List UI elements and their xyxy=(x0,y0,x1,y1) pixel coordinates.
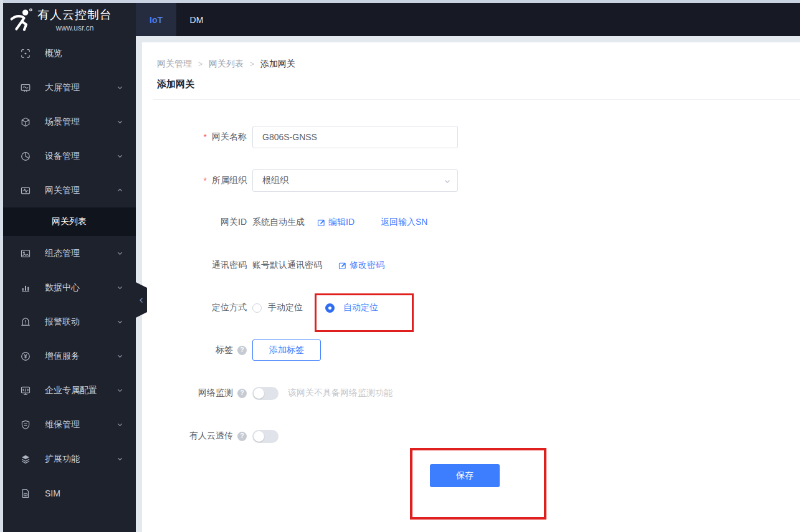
breadcrumb-gateway-list[interactable]: 网关列表 xyxy=(209,59,244,70)
big-screen-icon xyxy=(20,82,31,93)
sim-card-icon xyxy=(20,488,31,499)
help-icon[interactable] xyxy=(237,432,247,441)
add-tag-button[interactable]: 添加标签 xyxy=(252,340,321,361)
required-mark: * xyxy=(204,132,207,142)
chevron-down-icon xyxy=(117,353,123,359)
code-screen-icon xyxy=(20,385,31,396)
sidebar-item-overview[interactable]: 概览 xyxy=(3,36,136,70)
sidebar-item-sim[interactable]: SIM xyxy=(3,476,136,510)
sidebar-item-alarm-linkage[interactable]: 报警联动 xyxy=(3,305,136,339)
sidebar-item-value-added[interactable]: 增值服务 xyxy=(3,339,136,373)
network-monitor-hint: 该网关不具备网络监测功能 xyxy=(288,387,393,399)
gateway-name-input[interactable] xyxy=(252,126,458,148)
breadcrumb: 网关管理 > 网关列表 > 添加网关 xyxy=(157,59,295,70)
brand-subtitle: www.usr.cn xyxy=(56,24,94,32)
sidebar-item-label: 概览 xyxy=(45,48,62,59)
sidebar-item-label: 数据中心 xyxy=(45,282,80,293)
link-text: 修改密码 xyxy=(350,260,384,271)
manual-positioning-radio[interactable] xyxy=(252,303,262,313)
help-icon[interactable] xyxy=(237,389,247,398)
label-text: 有人云透传 xyxy=(189,430,233,442)
comm-password-value: 账号默认通讯密码 xyxy=(252,260,322,271)
sidebar-item-scene-mgmt[interactable]: 场景管理 xyxy=(3,105,136,139)
content-gap-top xyxy=(136,36,800,42)
organization-selected-value: 根组织 xyxy=(262,175,288,186)
sidebar-item-screen-mgmt[interactable]: 大屏管理 xyxy=(3,70,136,105)
organization-select[interactable]: 根组织 xyxy=(252,169,458,192)
sidebar-collapse-handle[interactable] xyxy=(136,282,147,318)
organization-row: * 所属组织 根组织 xyxy=(157,169,458,192)
breadcrumb-gateway-mgmt[interactable]: 网关管理 xyxy=(157,59,192,70)
sidebar: 有人云控制台 www.usr.cn 概览 大屏管理 xyxy=(3,3,136,532)
chevron-down-icon xyxy=(117,387,123,394)
sidebar-item-extensions[interactable]: 扩展功能 xyxy=(3,442,136,476)
brand-title: 有人云控制台 xyxy=(37,7,112,23)
tab-iot[interactable]: IoT xyxy=(136,3,176,36)
tags-label: 标签 xyxy=(157,344,247,356)
link-text: 返回输入SN xyxy=(381,217,427,228)
sidebar-item-label: 企业专属配置 xyxy=(45,385,97,396)
change-password-link[interactable]: 修改密码 xyxy=(338,260,384,271)
sidebar-item-data-center[interactable]: 数据中心 xyxy=(3,270,136,305)
gateway-id-value: 系统自动生成 xyxy=(252,217,305,228)
sidebar-item-config-mgmt[interactable]: 组态管理 xyxy=(3,236,136,270)
chevron-down-icon xyxy=(117,84,123,91)
bar-chart-icon xyxy=(20,282,31,293)
cloud-passthrough-toggle[interactable] xyxy=(252,430,279,443)
cloud-passthrough-label: 有人云透传 xyxy=(157,430,247,442)
edit-id-link[interactable]: 编辑ID xyxy=(317,217,355,228)
manual-positioning-option[interactable]: 手动定位 xyxy=(268,302,303,313)
gateway-name-label: * 网关名称 xyxy=(157,131,247,143)
sidebar-item-maintenance[interactable]: 维保管理 xyxy=(3,407,136,442)
label-text: 所属组织 xyxy=(212,175,247,186)
chevron-down-icon xyxy=(117,421,123,428)
tab-dm[interactable]: DM xyxy=(176,3,217,36)
breadcrumb-separator: > xyxy=(198,60,202,69)
back-to-sn-link[interactable]: 返回输入SN xyxy=(381,217,427,228)
overview-icon xyxy=(20,48,31,59)
organization-label: * 所属组织 xyxy=(157,175,247,186)
chevron-down-icon xyxy=(117,118,123,125)
breadcrumb-add-gateway: 添加网关 xyxy=(260,59,295,70)
shield-icon xyxy=(20,419,31,430)
chevron-left-icon xyxy=(138,297,145,303)
gateway-id-row: 网关ID 系统自动生成 编辑ID 返回输入SN xyxy=(157,211,427,234)
sidebar-item-device-mgmt[interactable]: 设备管理 xyxy=(3,139,136,173)
network-monitor-toggle[interactable] xyxy=(252,387,279,400)
breadcrumb-separator: > xyxy=(250,60,254,69)
sidebar-item-label: SIM xyxy=(45,488,60,498)
link-text: 编辑ID xyxy=(328,217,355,228)
cloud-passthrough-row: 有人云透传 xyxy=(157,425,279,447)
sidebar-item-label: 网关管理 xyxy=(45,185,80,196)
topbar: IoT DM xyxy=(136,3,800,36)
pie-chart-icon xyxy=(20,151,31,162)
sidebar-item-label: 场景管理 xyxy=(45,116,80,128)
label-text: 网络监测 xyxy=(198,387,233,399)
sidebar-item-enterprise-config[interactable]: 企业专属配置 xyxy=(3,373,136,407)
chevron-down-icon xyxy=(117,455,123,462)
chevron-up-icon xyxy=(117,187,123,194)
sidebar-item-gateway-mgmt[interactable]: 网关管理 xyxy=(3,173,136,207)
content-panel xyxy=(142,42,800,532)
required-mark: * xyxy=(204,176,207,186)
sidebar-item-label: 大屏管理 xyxy=(45,82,80,93)
auto-positioning-option[interactable]: 自动定位 xyxy=(343,302,378,313)
save-button[interactable]: 保存 xyxy=(430,464,500,487)
sidebar-item-label: 设备管理 xyxy=(45,151,80,162)
sidebar-subitem-gateway-list[interactable]: 网关列表 xyxy=(3,207,136,236)
help-icon[interactable] xyxy=(237,346,247,355)
chevron-down-icon xyxy=(117,318,123,325)
sidebar-item-label: 报警联动 xyxy=(45,316,80,328)
gateway-monitor-icon xyxy=(20,185,31,196)
gateway-name-row: * 网关名称 xyxy=(157,126,458,148)
sidebar-nav: 概览 大屏管理 场景管理 xyxy=(3,36,136,510)
page-title: 添加网关 xyxy=(157,78,194,90)
auto-positioning-radio[interactable] xyxy=(325,303,335,313)
image-icon xyxy=(20,248,31,259)
layers-icon xyxy=(20,454,31,465)
usr-logo-icon xyxy=(8,7,34,33)
sidebar-item-label: 维保管理 xyxy=(45,419,80,430)
edit-icon xyxy=(317,219,325,227)
chevron-down-icon xyxy=(117,284,123,291)
label-text: 通讯密码 xyxy=(212,260,247,271)
